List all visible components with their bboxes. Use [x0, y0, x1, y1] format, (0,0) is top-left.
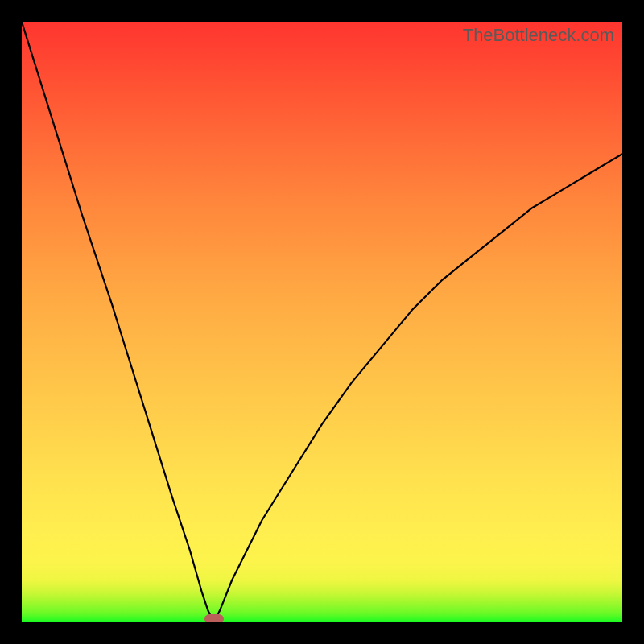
bottleneck-curve [22, 22, 622, 622]
watermark-text: TheBottleneck.com [463, 25, 614, 46]
plot-area: TheBottleneck.com [22, 22, 622, 622]
curve-svg [22, 22, 622, 622]
chart-frame: TheBottleneck.com [0, 0, 644, 644]
minimum-marker [204, 614, 224, 622]
